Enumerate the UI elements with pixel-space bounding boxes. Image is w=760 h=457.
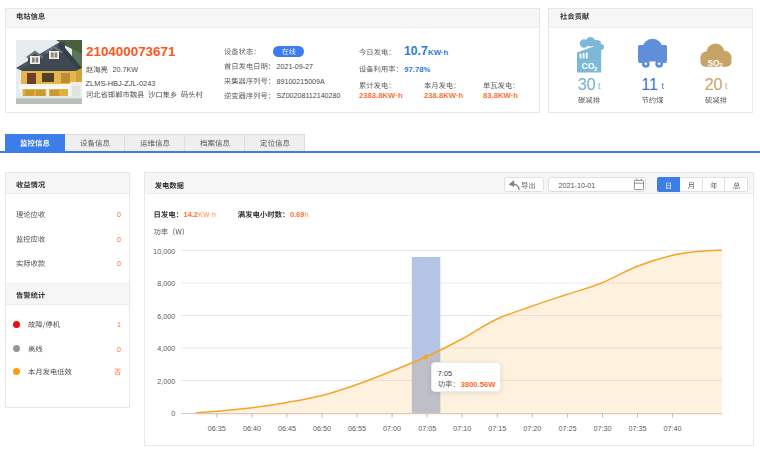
svg-text:83.8KW·h: 83.8KW·h <box>483 91 518 100</box>
svg-text:t: t <box>725 81 728 91</box>
svg-text:10.7: 10.7 <box>404 44 428 58</box>
svg-text:h: h <box>305 211 309 218</box>
svg-text:2,000: 2,000 <box>157 377 175 386</box>
svg-text:KW·h: KW·h <box>428 48 449 57</box>
svg-text:0: 0 <box>117 259 121 268</box>
svg-text:07:40: 07:40 <box>664 424 682 433</box>
svg-text:07:10: 07:10 <box>453 424 471 433</box>
svg-text:07:30: 07:30 <box>594 424 612 433</box>
svg-text:0: 0 <box>117 235 121 244</box>
svg-text:t: t <box>598 81 601 91</box>
svg-text:2: 2 <box>720 62 723 68</box>
svg-text:06:50: 06:50 <box>313 424 331 433</box>
svg-text:2021-09-27: 2021-09-27 <box>277 63 313 71</box>
svg-text:20: 20 <box>705 76 723 93</box>
svg-text:07:35: 07:35 <box>629 424 647 433</box>
svg-text:89100215009A: 89100215009A <box>277 78 325 86</box>
svg-text:0.69: 0.69 <box>290 210 304 219</box>
svg-text:06:55: 06:55 <box>348 424 366 433</box>
svg-text:KW·h: KW·h <box>198 211 216 218</box>
svg-text:0: 0 <box>117 210 121 219</box>
svg-text:07:00: 07:00 <box>383 424 401 433</box>
svg-text:238.8KW·h: 238.8KW·h <box>424 91 464 100</box>
svg-text:0: 0 <box>171 409 175 418</box>
svg-text:2383.8KW·h: 2383.8KW·h <box>359 91 403 100</box>
svg-text:30: 30 <box>578 76 596 93</box>
svg-text:06:35: 06:35 <box>208 424 226 433</box>
svg-text:6,000: 6,000 <box>157 312 175 321</box>
svg-text:07:05: 07:05 <box>418 424 436 433</box>
svg-text:210400073671: 210400073671 <box>86 44 176 59</box>
svg-text:11: 11 <box>641 76 658 93</box>
svg-text:14.2: 14.2 <box>184 210 198 219</box>
svg-text:SZ00208112140280: SZ00208112140280 <box>277 92 341 100</box>
svg-text:07:25: 07:25 <box>558 424 576 433</box>
svg-text:t: t <box>662 81 665 91</box>
svg-text:7:05: 7:05 <box>438 369 452 378</box>
svg-text:20.7KW: 20.7KW <box>113 65 139 74</box>
svg-text:07:15: 07:15 <box>488 424 506 433</box>
svg-text:0: 0 <box>117 345 121 354</box>
svg-text:10,000: 10,000 <box>153 247 175 256</box>
svg-text:8,000: 8,000 <box>157 279 175 288</box>
svg-text:06:45: 06:45 <box>278 424 296 433</box>
svg-text:4,000: 4,000 <box>157 344 175 353</box>
svg-text:ZLMS-HBJ-ZJL-0243: ZLMS-HBJ-ZJL-0243 <box>86 79 156 88</box>
svg-text:2021-10-01: 2021-10-01 <box>559 181 596 190</box>
svg-text:97.78%: 97.78% <box>404 65 430 74</box>
svg-text:1: 1 <box>117 320 121 329</box>
svg-text:3800.56W: 3800.56W <box>461 380 496 389</box>
svg-text:06:40: 06:40 <box>243 424 261 433</box>
svg-text:07:20: 07:20 <box>523 424 541 433</box>
svg-text:SO: SO <box>708 58 721 68</box>
svg-text:CO: CO <box>582 61 595 71</box>
